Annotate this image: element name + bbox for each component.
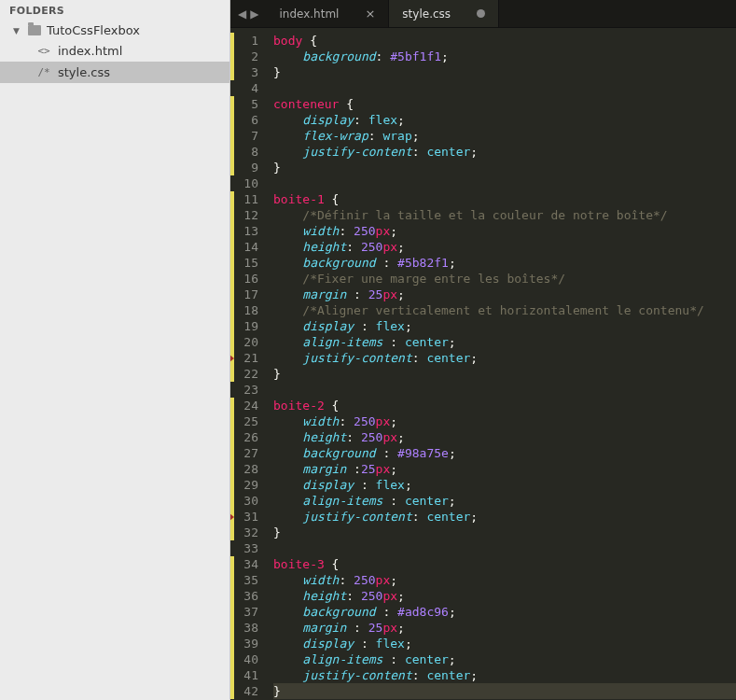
folder-icon: [28, 25, 41, 35]
line-number: 27: [236, 445, 258, 461]
line-number: 30: [236, 493, 258, 509]
line-number: 8: [236, 144, 258, 160]
code-line[interactable]: flex-wrap: wrap;: [273, 128, 736, 144]
code-line[interactable]: background : #98a75e;: [273, 445, 736, 461]
code-line[interactable]: justify-content: center;: [273, 509, 736, 525]
code-line[interactable]: margin :25px;: [273, 461, 736, 477]
code-line[interactable]: boite-3 {: [273, 556, 736, 572]
code-line[interactable]: height: 250px;: [273, 429, 736, 445]
line-number: 10: [236, 175, 258, 191]
close-icon[interactable]: ×: [365, 7, 375, 21]
file-item[interactable]: /*style.css: [0, 62, 229, 83]
nav-back-icon[interactable]: ◀: [238, 7, 246, 21]
modified-marker-icon: [230, 477, 234, 493]
line-number: 32: [236, 525, 258, 540]
code-line[interactable]: }: [273, 683, 736, 699]
modified-marker-icon: [230, 572, 234, 588]
line-number: 4: [236, 80, 258, 96]
tab-bar: ◀ ▶ index.html×style.css: [230, 0, 736, 28]
code-line[interactable]: align-items : center;: [273, 493, 736, 509]
modified-marker-icon: [230, 239, 234, 255]
code-editor[interactable]: 1234567891011121314151617181920212223242…: [230, 28, 736, 700]
nav-arrows: ◀ ▶: [230, 0, 266, 27]
line-number: 28: [236, 461, 258, 477]
modified-marker-icon: [230, 493, 234, 509]
folder-label: TutoCssFlexbox: [47, 23, 140, 37]
code-line[interactable]: justify-content: center;: [273, 144, 736, 160]
code-line[interactable]: [273, 80, 736, 96]
nav-forward-icon[interactable]: ▶: [250, 7, 258, 21]
code-line[interactable]: }: [273, 64, 736, 80]
line-number: 26: [236, 429, 258, 445]
line-number: 20: [236, 334, 258, 350]
line-number: 23: [236, 382, 258, 398]
code-line[interactable]: display : flex;: [273, 318, 736, 334]
file-label: style.css: [58, 65, 110, 79]
code-line[interactable]: height: 250px;: [273, 588, 736, 604]
code-line[interactable]: body {: [273, 33, 736, 49]
code-line[interactable]: /*Aligner verticalement et horizontaleme…: [273, 302, 736, 318]
code-line[interactable]: [273, 540, 736, 556]
line-number: 16: [236, 271, 258, 287]
line-number: 1: [236, 33, 258, 49]
line-number: 11: [236, 191, 258, 207]
tab-label: style.css: [402, 7, 451, 21]
code-line[interactable]: width: 250px;: [273, 223, 736, 239]
modified-marker-icon: [230, 318, 234, 334]
code-line[interactable]: align-items : center;: [273, 334, 736, 350]
modified-marker-icon: [230, 144, 234, 160]
line-number: 31: [236, 509, 258, 525]
line-number: 5: [236, 96, 258, 112]
line-number: 24: [236, 398, 258, 413]
line-number: 39: [236, 636, 258, 651]
code-line[interactable]: display: flex;: [273, 112, 736, 128]
modified-marker-icon: [230, 334, 234, 350]
line-number: 34: [236, 556, 258, 572]
file-label: index.html: [58, 44, 122, 58]
code-line[interactable]: justify-content: center;: [273, 667, 736, 683]
code-line[interactable]: conteneur {: [273, 96, 736, 112]
modified-marker-icon: [230, 429, 234, 445]
code-line[interactable]: /*Définir la taille et la couleur de not…: [273, 207, 736, 223]
code-line[interactable]: width: 250px;: [273, 413, 736, 429]
modified-marker-icon: [230, 461, 234, 477]
folder-item[interactable]: ▼ TutoCssFlexbox: [0, 21, 229, 40]
code-line[interactable]: margin : 25px;: [273, 287, 736, 302]
code-line[interactable]: boite-1 {: [273, 191, 736, 207]
line-number: 42: [236, 683, 258, 699]
line-number: 12: [236, 207, 258, 223]
code-line[interactable]: align-items : center;: [273, 651, 736, 667]
tab[interactable]: style.css: [389, 0, 499, 27]
code-line[interactable]: /*Fixer une marge entre les boîtes*/: [273, 271, 736, 287]
code-content[interactable]: body { background: #5bf1f1;} conteneur {…: [268, 28, 736, 700]
code-line[interactable]: display : flex;: [273, 477, 736, 493]
code-line[interactable]: [273, 382, 736, 398]
modified-marker-icon: [230, 112, 234, 128]
code-line[interactable]: justify-content: center;: [273, 350, 736, 366]
code-line[interactable]: width: 250px;: [273, 572, 736, 588]
file-type-icon: /*: [37, 66, 50, 78]
file-item[interactable]: <>index.html: [0, 40, 229, 62]
code-line[interactable]: margin : 25px;: [273, 620, 736, 636]
line-number: 13: [236, 223, 258, 239]
line-number: 6: [236, 112, 258, 128]
code-line[interactable]: }: [273, 525, 736, 540]
modified-marker-icon: [230, 651, 234, 667]
modified-marker-icon: [230, 191, 234, 207]
code-line[interactable]: background: #5bf1f1;: [273, 49, 736, 64]
code-line[interactable]: }: [273, 366, 736, 382]
modified-marker-icon: [230, 33, 234, 49]
code-line[interactable]: boite-2 {: [273, 398, 736, 413]
code-line[interactable]: [273, 175, 736, 191]
code-line[interactable]: }: [273, 160, 736, 175]
gutter: 1234567891011121314151617181920212223242…: [230, 28, 268, 700]
tab[interactable]: index.html×: [266, 0, 389, 27]
code-line[interactable]: background : #5b82f1;: [273, 255, 736, 271]
line-number: 15: [236, 255, 258, 271]
dirty-indicator-icon: [477, 9, 485, 18]
line-number: 3: [236, 64, 258, 80]
code-line[interactable]: display : flex;: [273, 636, 736, 651]
code-line[interactable]: height: 250px;: [273, 239, 736, 255]
code-line[interactable]: background : #ad8c96;: [273, 604, 736, 620]
line-number: 7: [236, 128, 258, 144]
